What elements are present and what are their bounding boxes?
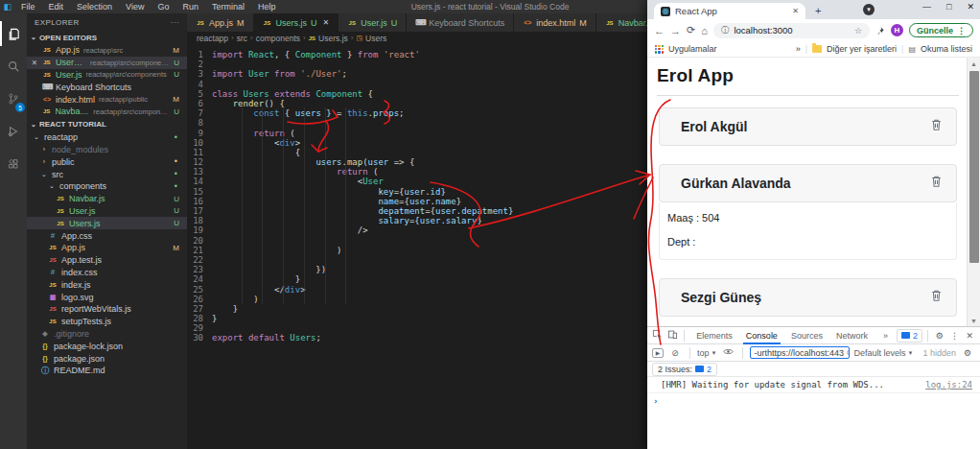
issues-chip[interactable]: 2 Issues: 2 <box>652 363 717 376</box>
close-icon[interactable]: ✕ <box>967 2 974 12</box>
tree-file-index.js[interactable]: JSindex.js <box>27 278 187 291</box>
menu-file[interactable]: File <box>15 2 41 12</box>
address-text[interactable]: localhost:3000 <box>734 25 850 35</box>
eye-icon[interactable] <box>720 347 735 358</box>
devtools-tab-elements[interactable]: Elements <box>689 327 739 344</box>
apps-grid-icon[interactable] <box>655 45 664 54</box>
site-info-icon[interactable]: ⓘ <box>721 25 730 36</box>
open-editor-item[interactable]: ⌨Keyboard Shortcuts <box>27 81 187 93</box>
editor-tab-users-js[interactable]: JSUsers.jsU✕ <box>254 13 339 32</box>
bookmarks-overflow-icon[interactable]: » <box>796 44 801 54</box>
devtools-menu-icon[interactable]: ⋮ <box>948 331 962 341</box>
close-icon[interactable]: ✕ <box>31 59 38 67</box>
forward-icon[interactable]: → <box>670 25 681 36</box>
tree-file-user.js[interactable]: JSUser.jsU <box>27 205 187 218</box>
console-filter-input[interactable]: -urthttps://localhost:443 ⊗ <box>750 346 850 359</box>
pin-extension-icon[interactable] <box>875 22 885 39</box>
update-button[interactable]: Güncelle ⋮ <box>909 23 973 37</box>
clear-console-icon[interactable]: ⊘ <box>667 348 683 358</box>
devtools-tab-console[interactable]: Console <box>739 327 784 344</box>
devtools-close-icon[interactable]: ✕ <box>963 331 976 341</box>
maximize-icon[interactable]: □ <box>946 2 951 12</box>
breadcrumb-item[interactable]: Users <box>365 34 386 43</box>
user-card-header[interactable]: Sezgi Güneş <box>659 278 957 317</box>
editor-tab-index-html[interactable]: <>index.htmlM <box>514 13 596 32</box>
trash-icon[interactable] <box>930 289 943 306</box>
bookmark-apps[interactable]: Uygulamalar <box>668 44 717 54</box>
console-settings-icon[interactable]: ⚙ <box>960 348 975 358</box>
open-editor-item[interactable]: JSApp.jsreactapp\srcM <box>27 44 187 57</box>
open-editor-item[interactable]: <>index.htmlreactapp\publicM <box>27 93 187 106</box>
device-toolbar-icon[interactable] <box>666 329 680 342</box>
tree-file-users.js[interactable]: JSUsers.jsU <box>27 217 187 229</box>
tab-search-icon[interactable]: ▾ <box>863 4 875 15</box>
tree-file-readme.md[interactable]: ⓘREADME.md <box>27 365 187 377</box>
browser-tab[interactable]: React App ✕ <box>654 3 805 19</box>
explorer-icon[interactable] <box>0 17 27 50</box>
tree-file-app.css[interactable]: #App.css <box>27 229 187 242</box>
breadcrumb-item[interactable]: Users.js <box>318 34 348 43</box>
log-levels-selector[interactable]: Default levels ▼ <box>853 348 913 358</box>
tree-file-app.test.js[interactable]: JSApp.test.js <box>27 254 187 267</box>
menu-go[interactable]: Go <box>152 2 175 12</box>
breadcrumb-item[interactable]: src <box>237 34 247 43</box>
console-prompt[interactable]: › <box>647 393 980 406</box>
editor-tab-keyboard-shortcuts[interactable]: ⌨Keyboard Shortcuts <box>407 13 514 32</box>
user-card-header[interactable]: Erol Akgül <box>659 107 957 146</box>
reload-icon[interactable]: ⟳ <box>687 24 695 36</box>
inspect-element-icon[interactable] <box>651 329 665 342</box>
menu-run[interactable]: Run <box>176 2 204 12</box>
bookmark-star-icon[interactable]: ☆ <box>854 26 862 35</box>
tree-file-setuptests.js[interactable]: JSsetupTests.js <box>27 316 187 328</box>
breadcrumb-item[interactable]: components <box>256 34 300 43</box>
tree-folder-public[interactable]: ›public• <box>27 155 187 168</box>
tree-file-reportwebvitals.js[interactable]: JSreportWebVitals.js <box>27 303 187 316</box>
address-bar[interactable]: ⓘ localhost:3000 ☆ <box>713 23 870 38</box>
home-icon[interactable]: ⌂ <box>701 25 708 36</box>
back-icon[interactable]: ← <box>654 25 665 36</box>
open-editor-item[interactable]: JSNavbar.jsreactapp\src\componentsU <box>27 106 187 118</box>
user-card-header[interactable]: Gürkan Alavanda <box>659 164 957 202</box>
close-icon[interactable]: ✕ <box>323 18 330 27</box>
page-scrollbar[interactable]: ▲ ▼ <box>967 58 980 326</box>
devtools-tab-sources[interactable]: Sources <box>784 327 829 344</box>
tree-file-package-lock.json[interactable]: {}package-lock.json <box>27 340 187 352</box>
tree-file-navbar.js[interactable]: JSNavbar.jsU <box>27 193 187 205</box>
reading-list-icon[interactable]: ▤ <box>908 45 916 54</box>
browser-menu-icon[interactable]: ⋮ <box>957 26 966 35</box>
trash-icon[interactable] <box>930 118 943 135</box>
bookmark-other[interactable]: Diğer yer işaretleri <box>827 44 897 54</box>
menu-help[interactable]: Help <box>252 2 282 12</box>
minimize-icon[interactable]: — <box>922 2 931 12</box>
editor-tab-app-js[interactable]: JSApp.jsM <box>187 13 254 32</box>
menu-edit[interactable]: Edit <box>43 2 70 12</box>
bookmark-reading-list[interactable]: Okuma listesi <box>921 44 972 54</box>
tree-file-logo.svg[interactable]: ▦logo.svg <box>27 291 187 303</box>
tree-folder-node_modules[interactable]: ›node_modules <box>27 144 187 156</box>
run-debug-icon[interactable] <box>0 115 27 148</box>
devtools-settings-icon[interactable]: ⚙ <box>933 331 946 341</box>
scroll-up-icon[interactable]: ▲ <box>970 58 977 69</box>
tree-file-.gitignore[interactable]: ◆.gitignore <box>27 328 187 341</box>
profile-avatar[interactable]: H <box>891 24 903 36</box>
tree-folder-components[interactable]: ⌄components• <box>27 180 187 193</box>
devtools-tab-network[interactable]: Network <box>829 327 875 344</box>
context-selector[interactable]: top ▼ <box>697 348 716 358</box>
folder-icon[interactable] <box>812 45 822 53</box>
source-control-icon[interactable]: 5 <box>0 83 27 115</box>
trash-icon[interactable] <box>930 175 943 192</box>
tab-close-icon[interactable]: ✕ <box>792 7 799 15</box>
breadcrumb-item[interactable]: reactapp <box>197 34 228 43</box>
console-sidebar-icon[interactable]: ▶ <box>652 348 664 358</box>
explorer-more-icon[interactable]: ··· <box>171 18 179 27</box>
tree-folder-src[interactable]: ⌄src• <box>27 168 187 180</box>
devtools-messages-badge[interactable]: 2 <box>897 329 922 343</box>
tree-folder-reactapp[interactable]: ⌄reactapp• <box>27 131 187 144</box>
open-editors-section[interactable]: ⌄ OPEN EDITORS <box>27 31 187 44</box>
new-tab-icon[interactable]: + <box>815 5 821 16</box>
console-source-link[interactable]: log.js:24 <box>925 380 972 390</box>
open-editor-item[interactable]: JSUser.jsreactapp\src\componentsU <box>27 69 187 82</box>
open-editor-item[interactable]: ✕JSUsers.jsreactapp\src\componentsU <box>27 57 187 69</box>
search-icon[interactable] <box>0 50 27 83</box>
tree-file-package.json[interactable]: {}package.json <box>27 352 187 365</box>
